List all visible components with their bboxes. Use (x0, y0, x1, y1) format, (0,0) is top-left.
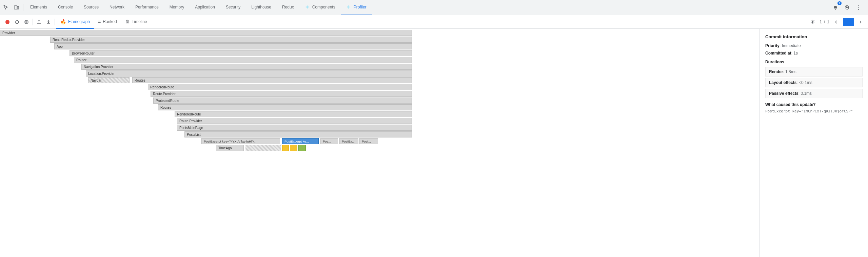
inspect-element-button[interactable] (1, 3, 11, 12)
flame-row-renderedroute-1: RenderedRoute (0, 84, 760, 90)
flame-row-reactredux: ReactRedux.Provider (0, 36, 760, 43)
passive-effects-duration: Passive effects: 0.1ms (765, 89, 863, 98)
tab-timeline[interactable]: 🗓 Timeline (121, 15, 151, 29)
tab-redux[interactable]: Redux (277, 0, 299, 15)
settings-button[interactable] (842, 3, 852, 12)
tab-sources[interactable]: Sources (78, 0, 104, 15)
record-button[interactable] (3, 17, 12, 27)
flame-node-postexcerpt-5[interactable]: Post... (359, 138, 378, 144)
tab-components[interactable]: ⚛ Components (299, 0, 341, 15)
flame-node-olive[interactable] (298, 145, 306, 151)
flame-row-browserrouter: BrowserRouter (0, 50, 760, 57)
flame-row-location-provider: Location.Provider (0, 70, 760, 77)
flame-node-provider[interactable]: Provider (0, 30, 412, 36)
flame-node-reactredux[interactable]: ReactRedux.Provider (50, 37, 412, 43)
profiler-toolbar: 🔥 Flamegraph ≡ Ranked 🗓 Timeline 1 / 1 (0, 15, 868, 29)
tab-elements[interactable]: Elements (25, 0, 53, 15)
layout-effects-label: Layout effects (769, 80, 796, 85)
tab-elements-label: Elements (30, 5, 47, 9)
flame-node-app[interactable]: App (54, 43, 412, 49)
commit-bar[interactable] (843, 18, 854, 26)
flame-node-location-provider[interactable]: Location.Provider (86, 70, 412, 77)
flame-node-route-provider-1[interactable]: Route.Provider (151, 91, 412, 97)
flame-node-routes-1[interactable]: Routes (132, 77, 412, 83)
flame-node-route-provider-2[interactable]: Route.Provider (177, 118, 412, 124)
flame-node-yellow-2[interactable] (290, 145, 297, 151)
download-button[interactable] (44, 17, 53, 27)
flame-label-routes-1: Routes (135, 79, 145, 82)
flame-row-timeago: TimeAgo (0, 145, 760, 151)
tab-console[interactable]: Console (53, 0, 78, 15)
tab-components-label: Components (312, 5, 335, 9)
committed-at-row: Committed at: 1s (765, 51, 863, 56)
flame-node-renderedroute-2[interactable]: RenderedRoute (175, 111, 412, 117)
flame-label-postexcerpt-1: PostExcerpt key="YYXuVfkw4uHfY... (204, 140, 257, 143)
svg-rect-1 (17, 6, 19, 9)
priority-value: Immediate (782, 43, 801, 48)
flame-node-striped-1 (245, 145, 281, 151)
device-toolbar-button[interactable] (12, 3, 21, 12)
flame-label-postslist: PostsList (187, 133, 201, 136)
render-duration: Render: 1.8ms (765, 67, 863, 77)
tab-application[interactable]: Application (190, 0, 220, 15)
flame-node-postslist[interactable]: PostsList (184, 131, 412, 137)
passive-effects-value: 0.1ms (801, 91, 812, 96)
flame-row-postsmainpage: PostsMainPage (0, 124, 760, 131)
nav-current: 1 (820, 20, 822, 24)
tab-security-label: Security (226, 5, 240, 9)
profiler-react-icon: ⚛ (346, 4, 352, 10)
flame-row-navigation-provider: Navigation.Provider (0, 63, 760, 70)
flame-node-timeago[interactable]: TimeAgo (216, 145, 244, 151)
flame-row-routes-2: Routes (0, 104, 760, 111)
upload-button[interactable] (34, 17, 44, 27)
flame-node-navbar[interactable]: Navbar (88, 77, 130, 83)
flame-node-postexcerpt-2[interactable]: PostExcerpt ke... (282, 138, 319, 144)
flame-label-provider: Provider (2, 31, 15, 35)
notification-button[interactable]: 1 (831, 3, 840, 12)
flame-label-postexcerpt-5: Post... (362, 140, 371, 143)
flame-label-routes-2: Routes (160, 106, 171, 109)
tab-security[interactable]: Security (220, 0, 246, 15)
tab-lighthouse[interactable]: Lighthouse (246, 0, 277, 15)
flame-row-app: App (0, 43, 760, 50)
tab-flamegraph[interactable]: 🔥 Flamegraph (56, 15, 94, 29)
svg-rect-0 (14, 6, 17, 9)
tab-profiler-label: Profiler (354, 5, 367, 9)
tab-ranked[interactable]: ≡ Ranked (94, 15, 121, 29)
committed-at-value: 1s (793, 51, 798, 56)
timeline-icon: 🗓 (125, 19, 130, 24)
tab-performance[interactable]: Performance (130, 0, 164, 15)
flamegraph-area[interactable]: Provider ReactRedux.Provider App Browser… (0, 29, 760, 257)
flame-node-postexcerpt-4[interactable]: PostEx... (339, 138, 358, 144)
flame-node-protectedroute[interactable]: ProtectedRoute (153, 98, 412, 104)
tab-memory-label: Memory (170, 5, 184, 9)
tab-redux-label: Redux (282, 5, 294, 9)
flame-node-postexcerpt-3[interactable]: Pos... (320, 138, 338, 144)
tab-ranked-label: Ranked (103, 19, 117, 24)
reload-profile-button[interactable] (12, 17, 22, 27)
nav-prev-button[interactable] (831, 17, 841, 27)
flame-node-routes-2[interactable]: Routes (158, 104, 412, 110)
flame-node-browserrouter[interactable]: BrowserRouter (70, 50, 412, 56)
flame-row-navbar-routes: Navbar Routes (0, 77, 760, 84)
flame-node-postsmainpage[interactable]: PostsMainPage (177, 125, 412, 131)
flame-label-browserrouter: BrowserRouter (72, 51, 95, 55)
flame-node-yellow-1[interactable] (282, 145, 289, 151)
flame-node-router[interactable]: Router (74, 57, 412, 63)
flame-node-postexcerpt-1[interactable]: PostExcerpt key="YYXuVfkw4uHfY... (201, 138, 280, 144)
tab-memory[interactable]: Memory (164, 0, 190, 15)
flame-node-navigation-provider[interactable]: Navigation.Provider (81, 64, 412, 70)
profiler-nav: 1 / 1 (808, 17, 865, 27)
tab-lighthouse-label: Lighthouse (251, 5, 271, 9)
nav-next-button[interactable] (856, 17, 865, 27)
tab-network[interactable]: Network (104, 0, 130, 15)
profiler-settings-button[interactable] (808, 17, 817, 27)
flame-row-postexcerpt: PostExcerpt key="YYXuVfkw4uHfY... PostEx… (0, 138, 760, 145)
clear-profiler-button[interactable] (22, 17, 31, 27)
tab-profiler[interactable]: ⚛ Profiler (341, 0, 372, 15)
commit-info-title: Commit information (765, 34, 863, 39)
more-options-button[interactable]: ⋮ (854, 3, 863, 12)
priority-label: Priority (765, 43, 780, 48)
flame-label-router: Router (76, 58, 86, 62)
flame-node-renderedroute-1[interactable]: RenderedRoute (148, 84, 412, 90)
